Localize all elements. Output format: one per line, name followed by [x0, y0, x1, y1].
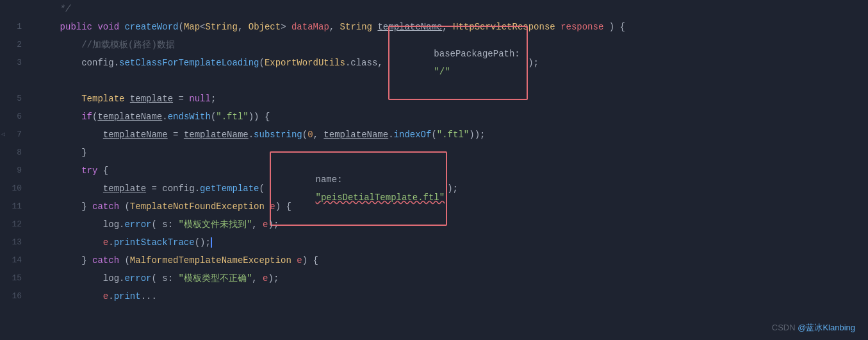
log1: log. — [103, 216, 125, 234]
angle2: > — [281, 18, 291, 36]
dot4: . — [388, 126, 393, 144]
param-e1: e — [270, 198, 275, 216]
fn-getTemplate: getTemplate — [200, 180, 259, 198]
comment-star: */ — [38, 0, 70, 18]
close-paren: ) { — [603, 18, 625, 36]
ellipsis: ... — [141, 287, 157, 305]
code-line-9: try { — [32, 162, 868, 180]
comma5: , — [252, 216, 263, 234]
indent-11 — [38, 198, 81, 216]
assign2: = — [168, 126, 184, 144]
gutter-12: 12 — [0, 216, 27, 234]
code-line-8: } — [32, 144, 868, 162]
indent-7 — [38, 126, 103, 144]
kw-null: null — [189, 90, 211, 108]
close-catch1: } — [81, 251, 92, 269]
gutter-1: 1 — [0, 18, 27, 36]
space6: ( — [119, 198, 130, 216]
space7 — [265, 198, 270, 216]
space9 — [291, 251, 297, 269]
indent-10 — [38, 180, 103, 198]
code-line-11: } catch ( TemplateNotFoundException e ) … — [32, 198, 868, 216]
gutter-10: 10 — [0, 180, 27, 198]
gutter-0 — [0, 0, 27, 18]
attribution: CSDN @蓝冰Klanbing — [772, 322, 855, 334]
space3 — [372, 18, 377, 36]
kw-if: if — [81, 108, 92, 126]
num-0: 0 — [307, 126, 313, 144]
fn-error2: error — [124, 269, 151, 287]
attribution-user: @蓝冰Klanbing — [798, 323, 855, 332]
paren7: ( — [259, 180, 270, 198]
code-line-16: e . print ... — [32, 287, 868, 305]
type-object: Object — [249, 18, 281, 36]
code-line-15: log. error ( s: "模板类型不正确" , e ); — [32, 269, 868, 287]
space5 — [124, 90, 129, 108]
fn-setClass: setClassForTemplateLoading — [119, 54, 259, 72]
gutter-8: 8 — [0, 144, 27, 162]
space8: ( — [119, 251, 130, 269]
dot3: . — [249, 126, 254, 144]
gutter-11: 11 — [0, 198, 27, 216]
gutter-16: 16 — [0, 287, 27, 305]
close8: ); — [268, 216, 279, 234]
gutter-4 — [0, 72, 27, 90]
var-templateName4: templateName — [184, 126, 249, 144]
str-not-found: "模板文件未找到" — [178, 216, 252, 234]
config2: config. — [162, 180, 200, 198]
indent-14 — [38, 251, 81, 269]
code-line-5: Template template = null ; — [32, 90, 868, 108]
fn-endsWith: endsWith — [168, 108, 211, 126]
paren10: ( — [151, 269, 162, 287]
close10: ); — [268, 269, 279, 287]
close5: )); — [469, 126, 485, 144]
param-e1b: e — [263, 216, 268, 234]
code-line-6: if ( templateName . endsWith ( ".ftl" ))… — [32, 108, 868, 126]
indent-9 — [38, 162, 81, 180]
type-map: Map — [184, 18, 200, 36]
dot2: . — [162, 108, 167, 126]
named-param-base: basePackagePath: — [434, 49, 525, 59]
fn-error1: error — [124, 216, 151, 234]
kw-catch2: catch — [92, 251, 119, 269]
cursor — [211, 237, 212, 248]
fn-createWord: createWord — [124, 18, 178, 36]
var-template: template — [130, 90, 173, 108]
indent-13 — [38, 234, 103, 251]
attribution-text: CSDN — [772, 323, 798, 332]
close3: ); — [528, 54, 539, 72]
gutter-5: 5 — [0, 90, 27, 108]
indent-15 — [38, 269, 103, 287]
close9: ) { — [302, 251, 318, 269]
code-line-3: config. setClassForTemplateLoading ( Exp… — [32, 54, 868, 72]
indent-2 — [38, 36, 81, 54]
code-line-4 — [32, 72, 868, 90]
fn-printStack: printStackTrace — [114, 234, 195, 251]
comment-chinese: //加载模板(路径)数据 — [81, 36, 175, 54]
type-template: Template — [81, 90, 124, 108]
close-try: } — [81, 198, 92, 216]
code-line-0: */ — [32, 0, 868, 18]
type-not-found: TemplateNotFoundException — [130, 198, 265, 216]
dot-class: .class, — [345, 54, 388, 72]
param-response: response — [561, 18, 603, 36]
dot6: . — [108, 287, 113, 305]
gutter-3: 3 — [0, 54, 27, 72]
kw-public: public — [60, 18, 92, 36]
code-area: */ public void createWord ( Map < String… — [32, 0, 868, 340]
var-templateName2: templateName — [97, 108, 162, 126]
paren6: ( — [431, 126, 436, 144]
gutter-13: 13 — [0, 234, 27, 251]
gutter-2: 2 — [0, 36, 27, 54]
comma2: , — [329, 18, 340, 36]
semi: ; — [211, 90, 216, 108]
code-line-10: template = config. getTemplate ( name: "… — [32, 180, 868, 198]
close7: ) { — [275, 198, 291, 216]
line-numbers: 1 2 3 5 6 7 8 9 10 11 12 13 14 15 16 — [0, 0, 32, 340]
code-line-13: e . printStackTrace (); — [32, 234, 868, 251]
var-templateName5: templateName — [323, 126, 388, 144]
close-brace: } — [81, 144, 86, 162]
fn-substring: substring — [254, 126, 302, 144]
param-e3: e — [263, 269, 268, 287]
code-container: 1 2 3 5 6 7 8 9 10 11 12 13 14 15 16 */ … — [0, 0, 868, 340]
